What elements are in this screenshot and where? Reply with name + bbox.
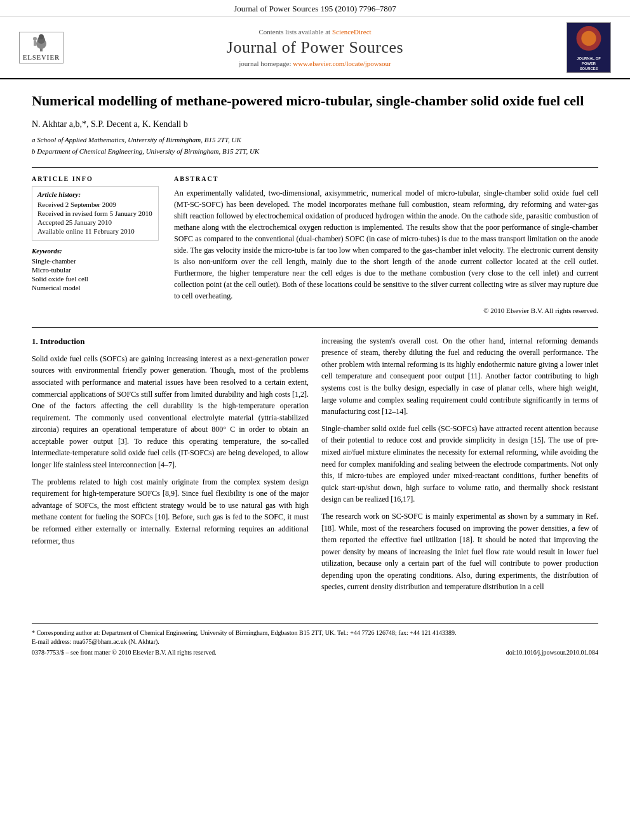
body-col-right: increasing the system's overall cost. On…: [321, 335, 598, 598]
svg-point-4: [33, 37, 37, 41]
body-col-left: 1. Introduction Solid oxide fuel cells (…: [32, 335, 309, 598]
keyword-2: Micro-tubular: [32, 266, 159, 274]
article-info-column: ARTICLE INFO Article history: Received 2…: [32, 175, 159, 314]
svg-point-8: [581, 31, 596, 46]
abstract-title: ABSTRACT: [174, 175, 598, 182]
divider-top: [32, 167, 598, 168]
footnote-email: E-mail address: nua675@bham.ac.uk (N. Ak…: [32, 638, 598, 645]
keywords-box: Keywords: Single-chamber Micro-tubular S…: [32, 247, 159, 291]
keywords-title: Keywords:: [32, 247, 159, 255]
intro-p2: The problems related to high cost mainly…: [32, 476, 309, 547]
abstract-text: An experimentally validated, two-dimensi…: [174, 187, 598, 302]
author-names: N. Akhtar a,b,*, S.P. Decent a, K. Kenda…: [32, 119, 188, 129]
journal-header: ELSEVIER Contents lists available at Sci…: [0, 17, 630, 79]
main-content: Numerical modelling of methane-powered m…: [0, 79, 630, 611]
keyword-4: Numerical model: [32, 284, 159, 291]
intro-p5: The research work on SC-SOFC is mainly e…: [321, 510, 598, 593]
article-history-box: Article history: Received 2 September 20…: [32, 186, 159, 241]
svg-point-3: [39, 34, 44, 39]
contents-line: Contents lists available at ScienceDirec…: [64, 28, 566, 36]
history-title: Article history:: [37, 190, 153, 198]
svg-rect-5: [34, 41, 36, 46]
svg-text:POWER: POWER: [582, 62, 596, 65]
journal-cover: JOURNAL OF POWER SOURCES: [566, 22, 611, 73]
svg-text:SOURCES: SOURCES: [580, 67, 598, 70]
intro-p1: Solid oxide fuel cells (SOFCs) are gaini…: [32, 353, 309, 471]
abstract-section: ABSTRACT An experimentally validated, tw…: [174, 175, 598, 314]
body-columns: 1. Introduction Solid oxide fuel cells (…: [32, 335, 598, 598]
footnote-star: * Corresponding author at: Department of…: [32, 629, 598, 636]
sciencedirect-link[interactable]: ScienceDirect: [332, 28, 372, 36]
journal-homepage: journal homepage: www.elsevier.com/locat…: [64, 60, 566, 67]
received-date: Received 2 September 2009: [37, 201, 153, 208]
accepted-date: Accepted 25 January 2010: [37, 218, 153, 226]
affiliation-b: b Department of Chemical Engineering, Un…: [32, 146, 598, 157]
journal-center: Contents lists available at ScienceDirec…: [64, 28, 566, 67]
issn-line: 0378-7753/$ – see front matter © 2010 El…: [32, 649, 217, 656]
affiliations: a School of Applied Mathematics, Univers…: [32, 135, 598, 157]
svg-text:JOURNAL OF: JOURNAL OF: [577, 57, 601, 60]
footer: * Corresponding author at: Department of…: [32, 623, 598, 656]
elsevier-label: ELSEVIER: [23, 54, 60, 61]
intro-p3: increasing the system's overall cost. On…: [321, 335, 598, 418]
revised-date: Received in revised form 5 January 2010: [37, 210, 153, 217]
article-title: Numerical modelling of methane-powered m…: [32, 92, 598, 110]
homepage-link[interactable]: www.elsevier.com/locate/jpowsour: [293, 60, 391, 67]
journal-title: Journal of Power Sources: [64, 38, 566, 57]
intro-p4: Single-chamber solid oxide fuel cells (S…: [321, 423, 598, 505]
affiliation-a: a School of Applied Mathematics, Univers…: [32, 135, 598, 145]
elsevier-logo: ELSEVIER: [19, 32, 64, 63]
copyright-line: © 2010 Elsevier B.V. All rights reserved…: [174, 307, 598, 314]
keyword-1: Single-chamber: [32, 257, 159, 265]
footer-bottom: 0378-7753/$ – see front matter © 2010 El…: [32, 649, 598, 656]
doi-line: doi:10.1016/j.jpowsour.2010.01.084: [506, 649, 598, 656]
intro-title: 1. Introduction: [32, 335, 309, 348]
keyword-3: Solid oxide fuel cell: [32, 275, 159, 283]
available-date: Available online 11 February 2010: [37, 227, 153, 235]
header-left: ELSEVIER: [19, 32, 64, 63]
article-info-title: ARTICLE INFO: [32, 175, 159, 182]
top-bar: Journal of Power Sources 195 (2010) 7796…: [0, 0, 630, 17]
journal-reference: Journal of Power Sources 195 (2010) 7796…: [234, 4, 396, 13]
divider-body: [32, 327, 598, 328]
info-abstract-section: ARTICLE INFO Article history: Received 2…: [32, 175, 598, 314]
authors: N. Akhtar a,b,*, S.P. Decent a, K. Kenda…: [32, 119, 598, 130]
